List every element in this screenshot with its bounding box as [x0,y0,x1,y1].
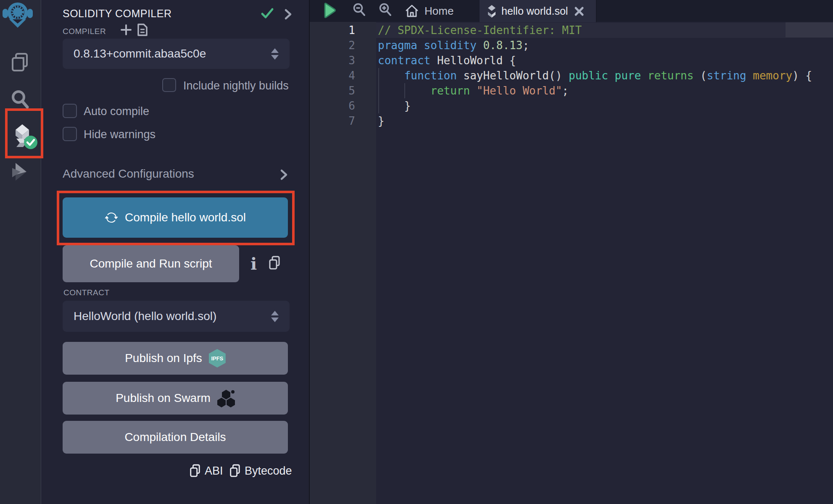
code-line[interactable]: // SPDX-License-Identifier: MIT [378,23,812,38]
contract-select-value: HelloWorld (hello world.sol) [74,310,271,323]
auto-compile-label: Auto compile [84,105,149,118]
panel-title: SOLIDITY COMPILER [63,8,172,20]
file-explorer-icon[interactable] [11,52,29,72]
remix-logo-icon[interactable] [3,2,33,28]
deploy-run-icon[interactable] [10,162,30,181]
solidity-file-icon [486,5,497,18]
copy-icon [189,464,201,478]
copy-icon [229,464,241,478]
line-number: 4 [310,68,355,83]
tab-file-label: hello world.sol [501,5,568,17]
include-nightly-checkbox[interactable] [162,78,176,92]
code-lines[interactable]: // SPDX-License-Identifier: MITpragma so… [378,23,812,129]
add-compiler-icon[interactable] [120,24,132,36]
line-number: 3 [310,53,355,68]
line-number: 6 [310,98,355,113]
compiler-section-label: COMPILER [63,27,106,36]
line-number: 7 [310,113,355,129]
ipfs-icon: IPFS [209,349,226,368]
tab-home[interactable]: Home [404,3,453,19]
copy-abi-button[interactable]: ABI [189,464,223,478]
info-icon[interactable]: i [250,252,257,276]
tab-hello-world-sol[interactable]: hello world.sol [480,0,596,22]
code-line[interactable]: return "Hello World"; [378,83,812,98]
hide-warnings-label: Hide warnings [84,128,156,141]
compile-status-check-icon [261,7,274,20]
code-line[interactable]: pragma solidity 0.8.13; [378,38,812,53]
panel-collapse-chevron-icon[interactable] [284,8,293,20]
contract-section-label: CONTRACT [63,288,110,297]
code-line[interactable]: contract HelloWorld { [378,53,812,68]
include-nightly-label: Include nightly builds [183,79,289,92]
activity-bar [0,0,41,504]
advanced-configurations-label[interactable]: Advanced Configurations [63,167,194,181]
minimap-slider[interactable] [786,22,833,37]
compile-button[interactable]: Compile hello world.sol [63,197,288,238]
home-icon [404,3,419,18]
publish-swarm-label: Publish on Swarm [116,391,211,405]
line-number: 1 [310,23,355,38]
indent-guide [378,68,379,113]
compilation-details-label: Compilation Details [124,430,226,444]
swarm-icon [217,389,235,407]
select-updown-icon [271,311,279,322]
copy-bytecode-button[interactable]: Bytecode [229,464,292,478]
run-script-play-icon[interactable] [322,2,337,19]
copy-script-icon[interactable] [268,255,281,270]
abi-label: ABI [205,465,223,478]
compiler-doc-icon[interactable] [137,23,148,37]
search-icon[interactable] [10,89,30,109]
publish-ipfs-button[interactable]: Publish on Ipfs IPFS [63,342,288,375]
advanced-config-chevron-icon[interactable] [280,169,288,181]
select-updown-icon [271,48,279,60]
line-number: 2 [310,38,355,53]
publish-swarm-button[interactable]: Publish on Swarm [63,382,288,415]
code-line[interactable]: } [378,98,812,113]
compile-button-label: Compile hello world.sol [125,211,246,224]
auto-compile-checkbox[interactable] [63,104,77,118]
compile-and-run-button[interactable]: Compile and Run script [63,245,239,282]
line-number: 5 [310,83,355,98]
compilation-details-button[interactable]: Compilation Details [63,421,288,454]
compiler-version-value: 0.8.13+commit.abaa5c0e [74,47,271,60]
publish-ipfs-label: Publish on Ipfs [125,352,202,365]
zoom-in-icon[interactable] [378,3,393,17]
code-line[interactable]: } [378,113,812,129]
compile-and-run-label: Compile and Run script [90,257,212,270]
tab-close-icon[interactable] [574,6,585,17]
contract-select[interactable]: HelloWorld (hello world.sol) [63,301,290,332]
tab-home-label: Home [424,5,453,18]
annotation-box-compiler-icon [5,108,43,158]
compiler-version-select[interactable]: 0.8.13+commit.abaa5c0e [63,39,290,69]
hide-warnings-checkbox[interactable] [63,127,77,141]
gutter: 1234567 [310,23,355,129]
sync-icon [105,211,118,224]
indent-guide [404,83,405,98]
bytecode-label: Bytecode [245,465,292,478]
remix-ide-window: SOLIDITY COMPILER COMPILER 0.8.13+commit… [0,0,833,504]
code-line[interactable]: function sayHelloWorld() public pure ret… [378,68,812,83]
zoom-out-icon[interactable] [352,3,366,17]
